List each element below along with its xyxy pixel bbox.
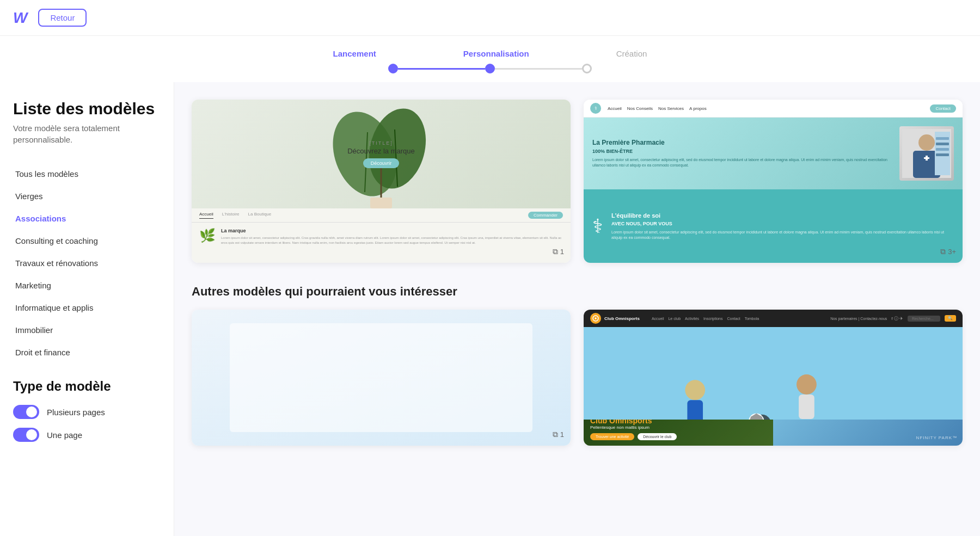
sports-action-illustration [584,327,963,420]
toggle-label-plusieurs: Plusieurs pages [47,408,105,417]
sports-nav-activites: Activités [685,317,699,321]
plant-section-title: La marque [221,228,563,233]
pharmacy-bottom-section: ⚕ L'équilibre de soi AVEC NOUS, POUR VOU… [584,189,963,263]
step-creation: Création [616,49,647,58]
plant-leaf-icon: 🌿 [199,228,216,243]
pharmacy-hero-body: Lorem ipsum dolor sit amet, consectetur … [592,157,893,168]
pharmacy-bottom-body: Lorem ipsum dolor sit amet, consectetur … [611,230,954,241]
plant-preview: [TITLE] Découvrez la marque Découvrir Ac… [192,100,571,263]
caduceus-icon: ⚕ [592,215,603,238]
suggestion-card-sports[interactable]: Club Omnisports Accueil Le club Activité… [584,310,963,446]
plant-commander-button[interactable]: Commander [528,212,563,219]
template-card-plant[interactable]: [TITLE] Découvrez la marque Découvrir Ac… [192,100,571,263]
svg-point-31 [797,374,817,395]
light-count: ⧉ 1 [553,430,564,439]
pharmacy-bottom-title: L'équilibre de soi [611,212,954,219]
step-dot-3 [582,64,592,73]
pharmacy-contact-button[interactable]: Contact [930,104,956,113]
sidebar-item-travaux[interactable]: Travaux et rénovations [13,252,161,274]
sports-button-row: Trouver une activité Découvrir le club [590,433,767,440]
pharmacy-hero-title: La Première Pharmacie [592,139,893,146]
pharmacy-count: ⧉ 3+ [940,247,956,256]
sidebar-nav: Tous les modèles Vierges Associations Co… [13,163,161,364]
plant-hero: [TITLE] Découvrez la marque Découvrir [192,100,571,208]
type-title: Type de modèle [13,379,161,394]
toggle-label-une: Une page [47,430,82,440]
step-lancement: Lancement [333,49,376,58]
toggle-plusieurs-pages-row: Plusieurs pages [13,405,161,419]
svg-rect-25 [584,327,963,420]
svg-rect-32 [799,395,814,419]
step-dot-1 [388,64,398,73]
svg-rect-5 [370,198,392,208]
sidebar-item-droit[interactable]: Droit et finance [13,341,161,364]
template-card-pharmacy[interactable]: ⚕ Accueil Nos Conseils Nos Services A pr… [584,100,963,263]
pharmacy-logo-symbol: ⚕ [595,106,597,111]
sidebar-item-immobilier[interactable]: Immobilier [13,319,161,341]
sidebar-item-informatique[interactable]: Informatique et applis [13,297,161,319]
progress-line-2 [495,68,582,70]
pharmacy-bottom-subtitle: AVEC NOUS, POUR VOUS [611,221,954,226]
suggestions-title: Autres modèles qui pourraient vous intér… [192,285,963,299]
sports-search-input[interactable] [908,316,940,322]
header: W Retour [0,0,980,36]
suggestions-grid: ⧉ 1 [192,310,963,446]
pharmacy-nav-bar: ⚕ Accueil Nos Conseils Nos Services A pr… [584,100,963,118]
pharmacy-nav-accueil: Accueil [608,106,622,111]
plant-discover-button[interactable]: Découvrir [363,158,400,168]
sidebar-item-consulting[interactable]: Consulting et coaching [13,230,161,252]
sidebar-item-vierges[interactable]: Vierges [13,185,161,207]
toggle-plusieurs-pages[interactable] [13,405,39,419]
sports-search-button[interactable]: 🔍 [945,315,956,322]
templates-grid: [TITLE] Découvrez la marque Découvrir Ac… [192,100,963,263]
plant-preview-content: [TITLE] Découvrez la marque Découvrir Ac… [192,100,571,263]
sidebar: Liste des modèles Votre modèle sera tota… [0,82,174,536]
retour-button[interactable]: Retour [38,9,87,27]
svg-rect-10 [926,156,928,161]
plant-content-section: 🌿 La marque Lorem ipsum dolor sit amet, … [192,223,571,251]
light-preview-content [230,323,533,432]
light-preview-bg [192,310,571,446]
sidebar-item-associations[interactable]: Associations [13,207,161,230]
sports-activity-button[interactable]: Trouver une activité [590,433,634,440]
progress-line-1 [398,68,485,70]
plant-nav-bar: Accueil L'histoire La Boutique Commander [192,208,571,223]
plant-count: ⧉ 1 [553,247,564,256]
toggle-une-page-row: Une page [13,428,161,442]
plant-title-label: [TITLE] [347,140,415,146]
sidebar-item-tous[interactable]: Tous les modèles [13,163,161,185]
pharmacy-hero-text: La Première Pharmacie 100% BIEN-ÊTRE Lor… [592,139,893,168]
sidebar-title: Liste des modèles [13,100,161,118]
sports-nav-bar: Club Omnisports Accueil Le club Activité… [584,310,963,327]
progress-section: Lancement Personnalisation Création [0,36,980,82]
plant-nav-histoire: L'histoire [222,212,240,219]
plant-count-value: 1 [560,248,564,256]
pharmacy-nav-items: Accueil Nos Conseils Nos Services A prop… [608,106,707,111]
sports-nav-items: Accueil Le club Activités Inscriptions C… [652,317,759,321]
sports-discover-button[interactable]: Découvrir le club [638,433,677,440]
copy-icon-pharmacy: ⧉ [940,247,946,256]
sports-club-nav-name: Club Omnisports [604,316,640,321]
plant-body-text: Lorem ipsum dolor sit amet, consectetur … [221,236,563,245]
svg-point-7 [918,134,935,151]
pharmacy-bottom-text: L'équilibre de soi AVEC NOUS, POUR VOUS … [611,212,954,241]
plant-section-text: La marque Lorem ipsum dolor sit amet, co… [221,228,563,245]
sports-nav-contact: Contact [727,317,740,321]
toggle-knob-plusieurs [26,406,37,417]
sports-club-subtitle: Pellentesque non mattis ipsum [590,425,767,430]
plant-subtitle-label: Découvrez la marque [347,147,415,155]
sports-search-area: Nos partenaires | Contactez-nous f ⓘ ✈ 🔍 [830,315,956,322]
svg-rect-12 [936,137,949,140]
pharmacy-nav-conseils: Nos Conseils [627,106,653,111]
svg-rect-14 [936,148,949,151]
pharmacy-hero-subtitle: 100% BIEN-ÊTRE [592,149,893,154]
suggestion-card-light[interactable]: ⧉ 1 [192,310,571,446]
type-section: Type de modèle Plusieurs pages Une page [13,379,161,442]
sports-nav-tombola: Tombola [745,317,759,321]
sports-contact-links: Nos partenaires | Contactez-nous [830,317,887,321]
toggle-knob-une [26,429,37,440]
sports-preview: Club Omnisports Accueil Le club Activité… [584,310,963,446]
sidebar-item-marketing[interactable]: Marketing [13,274,161,297]
toggle-une-page[interactable] [13,428,39,442]
sports-nav-club: Le club [668,317,681,321]
